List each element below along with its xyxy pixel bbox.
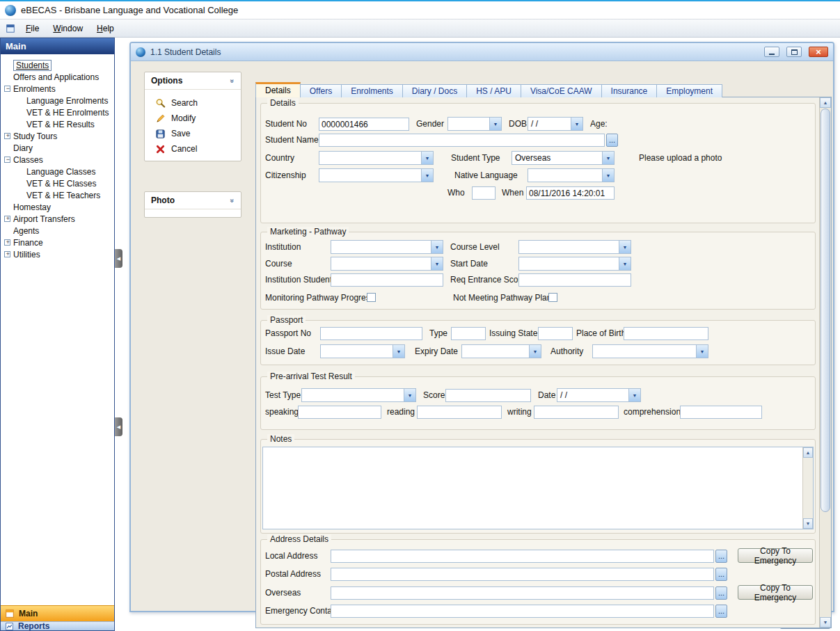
- speaking-input[interactable]: [298, 406, 381, 419]
- issue-date-combo[interactable]: [320, 344, 405, 358]
- institution-combo[interactable]: [331, 240, 443, 254]
- dropdown-arrow-icon[interactable]: [431, 257, 443, 270]
- sidebar-item-vet-he-enrolments[interactable]: VET & HE Enrolments: [1, 106, 114, 118]
- tab-hs-apu[interactable]: HS / APU: [467, 84, 521, 97]
- student-type-combo[interactable]: Overseas: [512, 151, 615, 165]
- emergency-contact-input[interactable]: [331, 605, 714, 618]
- writing-input[interactable]: [534, 406, 619, 419]
- place-of-birth-input[interactable]: [624, 327, 708, 340]
- authority-combo[interactable]: [592, 344, 708, 358]
- dropdown-arrow-icon[interactable]: [489, 118, 501, 130]
- sidebar-item-study-tours[interactable]: Study Tours: [1, 130, 114, 142]
- tree-expand-icon[interactable]: [4, 216, 10, 222]
- sidebar-item-enrolments[interactable]: Enrolments: [1, 83, 114, 95]
- sidebar-footer-main[interactable]: Main: [1, 605, 114, 621]
- sidebar-item-language-classes[interactable]: Language Classes: [1, 166, 114, 177]
- start-date-combo[interactable]: [518, 257, 631, 271]
- sidebar-item-diary[interactable]: Diary: [1, 142, 114, 154]
- copy-overseas-to-emergency-button[interactable]: Copy To Emergency: [738, 585, 813, 600]
- menu-item-window[interactable]: Window: [46, 21, 90, 36]
- splitter-collapse-button[interactable]: [115, 249, 122, 268]
- restore-button[interactable]: [786, 47, 802, 57]
- req-entrance-score-input[interactable]: [518, 273, 631, 287]
- dropdown-arrow-icon[interactable]: [571, 118, 583, 130]
- tab-details[interactable]: Details: [255, 82, 301, 97]
- notes-input[interactable]: [262, 447, 814, 529]
- notes-scrollbar[interactable]: [802, 447, 813, 529]
- student-name-input[interactable]: [319, 134, 605, 147]
- search-button[interactable]: Search: [145, 95, 241, 111]
- sidebar-item-finance[interactable]: Finance: [1, 237, 114, 248]
- dropdown-arrow-icon[interactable]: [421, 169, 433, 182]
- student-no-input[interactable]: [319, 118, 409, 131]
- tree-collapse-icon[interactable]: [4, 86, 10, 92]
- course-combo[interactable]: [331, 257, 443, 271]
- dropdown-arrow-icon[interactable]: [404, 389, 415, 401]
- minimize-button[interactable]: [764, 47, 779, 57]
- dropdown-arrow-icon[interactable]: [619, 257, 631, 270]
- dropdown-arrow-icon[interactable]: [421, 152, 433, 164]
- sidebar-item-vet-he-results[interactable]: VET & HE Results: [1, 118, 114, 130]
- not-meeting-pathway-plan-checkbox[interactable]: [548, 293, 557, 302]
- sidebar-item-utilities[interactable]: Utilities: [1, 248, 114, 260]
- menu-item-help[interactable]: Help: [90, 21, 121, 36]
- sidebar-item-vet-he-classes[interactable]: VET & HE Classes: [1, 177, 114, 189]
- who-input[interactable]: [472, 186, 496, 200]
- issuing-state-input[interactable]: [538, 327, 573, 340]
- close-window-button[interactable]: [809, 47, 828, 57]
- local-address-input[interactable]: [331, 550, 714, 563]
- collapse-panel-icon[interactable]: »: [229, 198, 237, 202]
- dropdown-arrow-icon[interactable]: [393, 345, 404, 358]
- comprehension-input[interactable]: [680, 406, 762, 419]
- sidebar-item-language-enrolments[interactable]: Language Enrolments: [1, 95, 114, 106]
- tab-visa-coe-caaw[interactable]: Visa/CoE CAAW: [521, 84, 602, 97]
- sidebar-item-students[interactable]: Students: [1, 59, 114, 71]
- dropdown-arrow-icon[interactable]: [602, 169, 614, 182]
- menu-item-file[interactable]: File: [19, 21, 46, 36]
- scroll-down-icon[interactable]: [820, 617, 831, 628]
- emergency-contact-lookup-button[interactable]: ...: [715, 605, 727, 618]
- expiry-date-combo[interactable]: [461, 344, 541, 358]
- tab-insurance[interactable]: Insurance: [602, 84, 658, 97]
- passport-type-input[interactable]: [451, 327, 486, 340]
- institution-student-id-input[interactable]: [331, 273, 443, 287]
- sidebar-item-airport-transfers[interactable]: Airport Transfers: [1, 213, 114, 225]
- overseas-address-lookup-button[interactable]: ...: [715, 586, 727, 600]
- tab-offers[interactable]: Offers: [301, 84, 342, 97]
- copy-local-to-emergency-button[interactable]: Copy To Emergency: [738, 548, 813, 563]
- splitter-collapse-button[interactable]: [115, 417, 122, 436]
- gender-combo[interactable]: [447, 117, 502, 131]
- form-scrollbar[interactable]: [819, 97, 831, 628]
- test-type-combo[interactable]: [301, 388, 416, 402]
- tree-expand-icon[interactable]: [4, 251, 10, 257]
- course-level-combo[interactable]: [518, 240, 631, 254]
- reading-input[interactable]: [417, 406, 502, 419]
- sidebar-item-offers-and-applications[interactable]: Offers and Applications: [1, 71, 114, 83]
- dropdown-arrow-icon[interactable]: [628, 389, 640, 401]
- sidebar-item-vet-he-teachers[interactable]: VET & HE Teachers: [1, 189, 114, 201]
- tree-expand-icon[interactable]: [4, 239, 10, 246]
- dropdown-arrow-icon[interactable]: [602, 152, 614, 164]
- tree-expand-icon[interactable]: [4, 133, 10, 139]
- cancel-button[interactable]: Cancel: [145, 141, 241, 157]
- native-language-combo[interactable]: [528, 168, 615, 182]
- test-date-combo[interactable]: / /: [557, 388, 641, 402]
- dropdown-arrow-icon[interactable]: [696, 345, 708, 358]
- postal-address-lookup-button[interactable]: ...: [715, 568, 727, 581]
- sidebar-item-homestay[interactable]: Homestay: [1, 201, 114, 213]
- scrollbar-thumb[interactable]: [821, 109, 830, 512]
- citizenship-combo[interactable]: [319, 168, 434, 182]
- overseas-address-input[interactable]: [331, 586, 714, 600]
- modify-button[interactable]: Modify: [145, 111, 241, 126]
- collapse-panel-icon[interactable]: »: [229, 79, 237, 83]
- tab-employment[interactable]: Employment: [657, 84, 722, 97]
- student-name-lookup-button[interactable]: ...: [606, 134, 618, 147]
- tab-enrolments[interactable]: Enrolments: [342, 84, 403, 97]
- tree-collapse-icon[interactable]: [4, 157, 10, 163]
- monitoring-pathway-progress-checkbox[interactable]: [367, 293, 376, 302]
- scroll-down-icon[interactable]: [803, 518, 813, 529]
- tab-diary-docs[interactable]: Diary / Docs: [403, 84, 467, 97]
- when-input[interactable]: [526, 186, 615, 200]
- country-combo[interactable]: [319, 151, 434, 165]
- sidebar-footer-reports[interactable]: Reports: [1, 621, 114, 630]
